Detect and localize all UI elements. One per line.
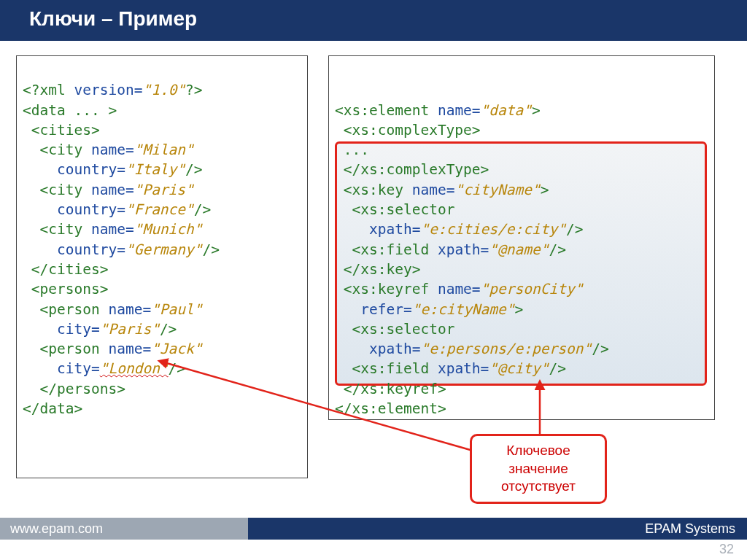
t: = (91, 360, 100, 377)
t: < (23, 221, 48, 238)
t: name (82, 182, 125, 198)
t: > (91, 122, 100, 139)
callout-line3: отсутствует (476, 478, 600, 496)
t: name (100, 341, 143, 357)
t: < (23, 341, 48, 357)
t: /> (566, 221, 583, 238)
t: /> (549, 360, 566, 377)
t: "Jack" (151, 341, 202, 357)
t: "Paris" (134, 182, 194, 198)
t: = (117, 201, 125, 218)
t: xs:element (344, 102, 429, 119)
t: < (335, 102, 344, 119)
t: < (23, 141, 48, 158)
t: "@city" (489, 360, 549, 377)
t: xpath (429, 241, 480, 258)
t: version (74, 82, 133, 98)
t: /> (169, 360, 185, 377)
t: city (57, 360, 91, 377)
t: < (23, 281, 39, 298)
t: < (23, 102, 31, 119)
t: > (100, 281, 109, 298)
t: < (335, 201, 360, 218)
t: xpath (369, 341, 412, 357)
t: < (335, 122, 352, 139)
t: </ (335, 381, 360, 397)
t: xs:keyref (352, 281, 429, 298)
t (23, 360, 57, 377)
t: persons (39, 281, 99, 298)
t: city (57, 321, 91, 338)
t: "France" (125, 201, 194, 218)
t: = (125, 182, 134, 198)
t (335, 221, 369, 238)
footer-bar: www.epam.com EPAM Systems (0, 518, 747, 540)
t: country (57, 201, 117, 218)
callout-box: Ключевое значение отсутствует (470, 434, 607, 504)
t: cities (39, 122, 90, 139)
t: </ (335, 161, 360, 178)
t: </ (23, 261, 48, 278)
t: name (100, 301, 143, 318)
t: cities (48, 261, 99, 278)
t: = (412, 221, 421, 238)
t: "1.0" (142, 82, 185, 98)
t (23, 201, 57, 218)
t: name (403, 182, 446, 198)
t: xs:keyref (360, 381, 438, 397)
t: data (39, 400, 74, 417)
right-code-box: <xs:element name="data"> <xs:complexType… (328, 55, 715, 420)
t: "Germany" (125, 241, 203, 258)
footer-right: EPAM Systems (248, 518, 747, 540)
t: "Paris" (100, 321, 160, 338)
t: xs:complexType (360, 161, 480, 178)
t: > (515, 301, 524, 318)
t: > (541, 182, 549, 198)
t: > (472, 122, 481, 139)
t: <? (23, 82, 39, 98)
t (335, 301, 360, 318)
content-area: <?xml version="1.0"?> <data ... > <citie… (0, 41, 747, 478)
t: > (481, 161, 489, 178)
left-code-box: <?xml version="1.0"?> <data ... > <citie… (16, 55, 308, 478)
t: "cityName" (454, 182, 540, 198)
t: = (125, 221, 134, 238)
t: name (82, 141, 125, 158)
t: < (23, 301, 48, 318)
t: > (100, 261, 109, 278)
t: > (117, 381, 125, 397)
t: xml (39, 82, 65, 98)
t: < (23, 122, 39, 139)
left-code: <?xml version="1.0"?> <data ... > <citie… (23, 80, 301, 419)
t: "Milan" (134, 141, 194, 158)
t: = (472, 102, 481, 119)
t: city (48, 141, 82, 158)
footer-brand: EPAM Systems (645, 521, 735, 537)
t: </ (335, 400, 352, 417)
t: country (57, 161, 117, 178)
t: > (108, 102, 117, 119)
t: persons (57, 381, 117, 397)
t: < (335, 281, 352, 298)
t: > (532, 102, 541, 119)
slide-title: Ключи – Пример (0, 0, 747, 41)
t: xs:field (360, 360, 429, 377)
t: person (48, 341, 99, 357)
t: /> (203, 241, 220, 258)
t: xs:element (352, 400, 437, 417)
t: </ (23, 400, 39, 417)
t: "e:persons/e:person" (420, 341, 592, 357)
t: city (48, 182, 82, 198)
t: name (429, 281, 472, 298)
t: "data" (481, 102, 532, 119)
t: = (446, 182, 455, 198)
title-text: Ключи – Пример (29, 7, 197, 30)
t: < (335, 360, 360, 377)
t: = (142, 341, 151, 357)
callout-line1: Ключевое (476, 442, 600, 460)
t: </ (335, 261, 360, 278)
t: = (403, 301, 412, 318)
t: /> (549, 241, 566, 258)
t: person (48, 301, 99, 318)
t: /> (592, 341, 608, 357)
